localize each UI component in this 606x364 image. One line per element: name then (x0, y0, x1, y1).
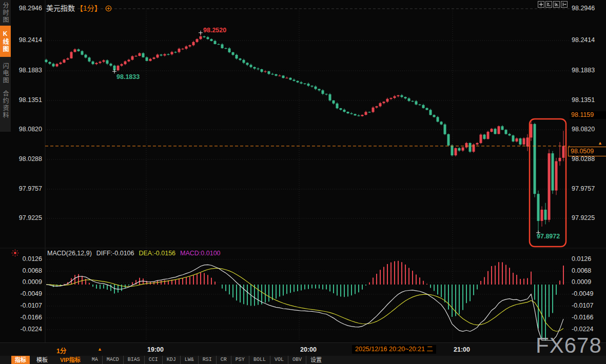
crash-low-price-label: 97.8972 (537, 233, 560, 240)
price-axis-label: 97.9225 (0, 214, 42, 222)
price-axis-label: 98.0820 (572, 126, 595, 133)
low-price-label: 98.1833 (116, 73, 140, 80)
toolbar-tab-4[interactable]: MA (88, 356, 102, 364)
toolbar-tab-1[interactable]: 指标 (11, 356, 30, 364)
interval-selector[interactable]: 1分 (56, 346, 66, 355)
circle-plus-icon[interactable] (105, 5, 112, 12)
time-axis-label: 19:00 (147, 346, 164, 353)
shift-right-icon[interactable] (561, 1, 568, 8)
macd-alert-icon[interactable] (11, 249, 19, 257)
macd-axis-label: -0.0107 (0, 302, 42, 310)
chart-canvas[interactable] (0, 0, 606, 364)
indicator-toolbar: 指标模板VIP指标MAMACDBIASCCIKDJLW&RSICRPSYBOLL… (0, 356, 606, 364)
pan-crosshair-icon[interactable] (538, 1, 544, 8)
macd-axis-label: -0.0166 (572, 314, 593, 321)
price-axis-label: 97.9757 (0, 185, 42, 193)
macd-axis-label: 0.0126 (0, 255, 42, 263)
price-axis-label: 98.2946 (572, 5, 595, 12)
high-price-label: 98.2520 (203, 27, 226, 34)
sidebar-item-time-chart[interactable]: 分时图 (0, 1, 11, 25)
toolbar-tab-8[interactable]: KDJ (162, 356, 180, 364)
scale-play-icon[interactable] (553, 1, 560, 8)
macd-axis-label: 0.0126 (572, 255, 591, 263)
time-axis-label: 20:00 (300, 346, 317, 353)
toolbar-tab-16[interactable]: 设置 (306, 356, 326, 364)
toolbar-tab-13[interactable]: BOLL (249, 356, 270, 364)
auto-scale-icon[interactable] (545, 1, 552, 8)
time-axis: 1分 ▲ 2025/12/16 20:20~20:21 二 19:0020:00… (0, 342, 606, 356)
toolbar-tab-3[interactable]: VIP指标 (56, 356, 85, 364)
chart-type-sidebar: 分时图 K线图 闪电图 合约资料 (0, 0, 11, 132)
chart-title: 美元指数 【1分】 (46, 3, 112, 13)
toolbar-tab-5[interactable]: MACD (102, 356, 123, 364)
toolbar-tab-7[interactable]: CCI (144, 356, 162, 364)
macd-hist-value: MACD:0.0100 (180, 250, 221, 257)
macd-title: MACD(26,12,9) (47, 250, 92, 257)
macd-axis-label: -0.0224 (572, 326, 593, 333)
toolbar-tab-6[interactable]: BIAS (123, 356, 144, 364)
macd-dea-value: DEA:-0.0156 (139, 250, 175, 257)
symbol-name: 美元指数 (46, 3, 75, 13)
price-axis-label: 98.1883 (572, 67, 595, 74)
trading-app-window: 分时图 K线图 闪电图 合约资料 美元指数 【1分】 (0, 0, 606, 364)
watermark: FX678 (536, 333, 602, 358)
macd-axis-label: -0.0049 (0, 290, 42, 298)
interval-arrow-icon[interactable]: ▲ (97, 347, 102, 352)
macd-diff-value: DIFF:-0.0106 (96, 250, 134, 257)
macd-axis-label: -0.0224 (0, 326, 42, 333)
price-up-arrow-icon: ▲ (598, 140, 602, 146)
price-axis-label: 97.9225 (572, 214, 595, 222)
toolbar-tab-9[interactable]: LW& (180, 356, 198, 364)
price-axis-label: 98.1351 (572, 96, 595, 104)
macd-axis-label: -0.0049 (572, 290, 593, 298)
last-price-badge: 98.0509 (568, 147, 606, 156)
macd-axis-label: 0.0009 (0, 278, 42, 286)
macd-axis-label: 0.0009 (572, 278, 591, 286)
macd-axis-label: 0.0068 (572, 267, 591, 275)
toolbar-tab-15[interactable]: OBV (288, 356, 306, 364)
sidebar-item-flash-chart[interactable]: 闪电图 (0, 59, 11, 87)
macd-indicator-readout: MACD(26,12,9) DIFF:-0.0106 DEA:-0.0156 M… (47, 250, 221, 257)
toolbar-tab-2[interactable]: 模板 (32, 356, 52, 364)
price-axis-label: 97.9757 (572, 185, 595, 193)
price-axis-label: 98.2414 (572, 36, 595, 44)
chart-tool-icons (538, 1, 568, 8)
price-axis-label: 98.0288 (572, 155, 595, 163)
macd-axis-label: -0.0166 (0, 314, 42, 321)
sidebar-item-kline-chart[interactable]: K线图 (0, 26, 11, 57)
candle-time-range-badge: 2025/12/16 20:20~20:21 二 (352, 345, 436, 354)
price-axis-label: 98.0288 (0, 155, 42, 163)
macd-axis-label: -0.0107 (572, 302, 593, 310)
interval-tag: 【1分】 (76, 3, 102, 13)
macd-axis-label: 0.0068 (0, 267, 42, 275)
session-high-badge: 98.1159 (570, 111, 606, 119)
toolbar-tab-12[interactable]: PSY (231, 356, 249, 364)
toolbar-tab-10[interactable]: RSI (198, 356, 216, 364)
toolbar-tab-14[interactable]: VOL (270, 356, 288, 364)
toolbar-tab-11[interactable]: CR (216, 356, 231, 364)
time-axis-label: 21:00 (454, 346, 470, 353)
sidebar-item-contract-info[interactable]: 合约资料 (0, 89, 11, 120)
